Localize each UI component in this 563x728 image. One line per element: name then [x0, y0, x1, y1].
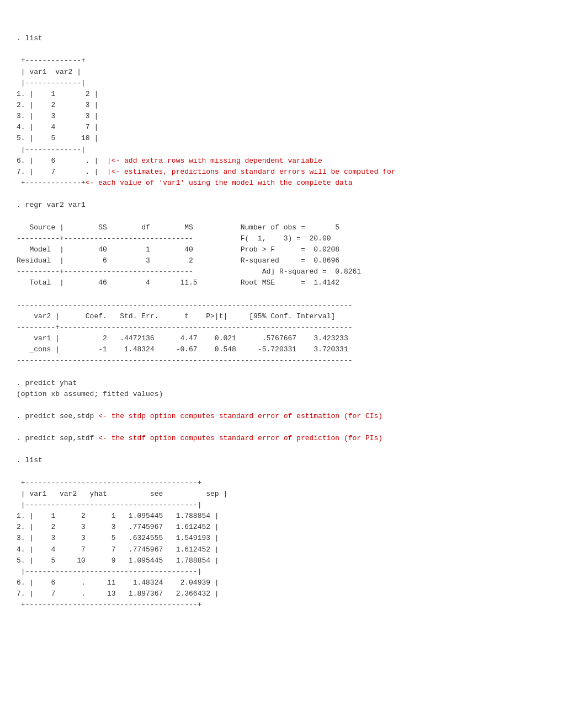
table-bottom: +-------------+	[17, 179, 86, 187]
comment-row6: |<- add extra rows with missing dependen…	[98, 157, 322, 165]
predict1-note: (option xb assumed; fitted values)	[17, 390, 163, 398]
list-table-1: +-------------+ | var1 var2 | |---------…	[17, 56, 98, 153]
comment-row7: |<- estimates, predictions and standard …	[98, 168, 395, 176]
list-table-2: +---------------------------------------…	[17, 479, 227, 609]
comment-bottom: <- each value of 'var1' using the model …	[86, 179, 353, 187]
regr-cmd: . regr var2 var1	[17, 201, 86, 209]
predict2-comment: <- the stdp option computes standard err…	[98, 412, 383, 420]
row7-prefix: 7. | 7 . |	[17, 168, 98, 176]
list-cmd-2: . list	[17, 456, 43, 464]
predict2-cmd-prefix: . predict see,stdp	[17, 412, 98, 420]
row6-prefix: 6. | 6 . |	[17, 157, 98, 165]
predict1-cmd: . predict yhat	[17, 379, 77, 387]
regr-output: Source | SS df MS Number of obs = 5 ----…	[17, 223, 361, 365]
list-cmd-1: . list	[17, 34, 43, 42]
predict3-comment: <- the stdf option computes standard err…	[98, 434, 383, 442]
terminal-output: . list +-------------+ | var1 var2 | |--…	[17, 22, 546, 611]
predict3-cmd-prefix: . predict sep,stdf	[17, 434, 98, 442]
